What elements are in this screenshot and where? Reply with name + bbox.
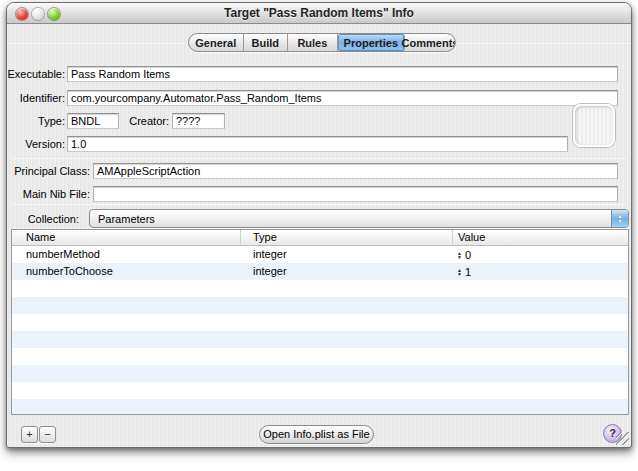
creator-label: Creator: [122, 113, 169, 129]
tab-general[interactable]: General [189, 34, 244, 51]
parameters-table: Name Type Value numberMethod integer ▲▼ … [11, 229, 629, 415]
main-nib-file-field[interactable] [93, 186, 618, 202]
tab-rules[interactable]: Rules [288, 34, 338, 51]
principal-class-field[interactable] [93, 163, 618, 179]
remove-button[interactable]: − [39, 426, 56, 443]
tab-bar: General Build Rules Properties Comments [188, 33, 456, 52]
identifier-label: Identifier: [7, 90, 65, 106]
value-stepper[interactable]: ▲▼ [457, 251, 462, 259]
window-title: Target "Pass Random Items" Info [67, 3, 571, 24]
collection-label: Collection: [7, 211, 79, 227]
executable-field[interactable] [67, 66, 618, 82]
table-header: Name Type Value [12, 230, 628, 246]
principal-class-label: Principal Class: [7, 163, 90, 179]
tab-comments[interactable]: Comments [405, 34, 455, 51]
value-cell: 1 [465, 266, 471, 278]
column-header-value[interactable]: Value [453, 230, 628, 245]
table-row[interactable]: numberToChoose integer ▲▼ 1 [12, 263, 628, 280]
executable-label: Executable: [7, 66, 65, 82]
table-body: numberMethod integer ▲▼ 0 numberToChoose… [12, 246, 628, 414]
table-row[interactable]: numberMethod integer ▲▼ 0 [12, 246, 628, 263]
version-label: Version: [7, 136, 65, 152]
value-stepper[interactable]: ▲▼ [457, 268, 462, 276]
tab-build[interactable]: Build [244, 34, 289, 51]
version-field[interactable] [67, 136, 568, 152]
section-divider [12, 204, 626, 205]
target-info-window: Target "Pass Random Items" Info General … [6, 2, 632, 448]
popup-arrows-icon: ▲ ▼ [611, 210, 628, 227]
collection-popup[interactable]: Parameters ▲ ▼ [89, 209, 629, 228]
creator-field[interactable] [172, 113, 225, 129]
icon-well[interactable] [573, 104, 615, 147]
tab-properties[interactable]: Properties [338, 34, 405, 51]
add-button[interactable]: + [21, 426, 38, 443]
collection-popup-value: Parameters [90, 213, 611, 225]
value-cell: 0 [465, 249, 471, 261]
title-bar[interactable]: Target "Pass Random Items" Info [7, 3, 631, 24]
column-header-name[interactable]: Name [12, 230, 241, 245]
open-info-plist-button[interactable]: Open Info.plist as File [259, 425, 374, 444]
section-divider [12, 158, 626, 159]
type-label: Type: [7, 113, 65, 129]
main-nib-file-label: Main Nib File: [7, 186, 90, 202]
close-icon[interactable] [16, 8, 28, 20]
zoom-icon[interactable] [48, 8, 60, 20]
identifier-field[interactable] [67, 90, 618, 106]
minimize-icon[interactable] [32, 8, 44, 20]
resize-grip-icon[interactable] [616, 432, 629, 445]
type-field[interactable] [67, 113, 119, 129]
column-header-type[interactable]: Type [241, 230, 453, 245]
